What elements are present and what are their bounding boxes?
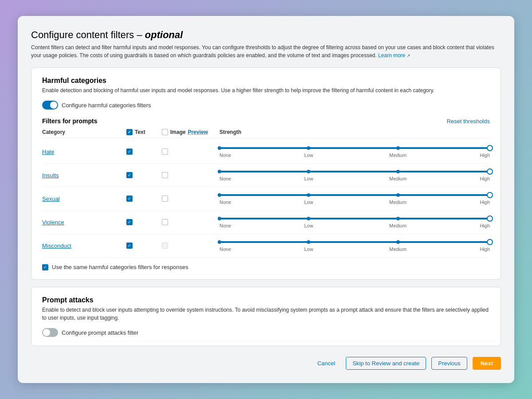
insults-pip-medium bbox=[396, 170, 400, 173]
violence-image-check[interactable] bbox=[162, 219, 215, 225]
prompt-attacks-toggle[interactable] bbox=[42, 328, 58, 337]
sexual-track bbox=[219, 194, 490, 196]
prompt-attacks-title: Prompt attacks bbox=[42, 296, 490, 304]
col-header-text: Text bbox=[126, 129, 162, 135]
hate-pip-medium bbox=[396, 146, 400, 150]
harmful-categories-card: Harmful categories Enable detection and … bbox=[31, 67, 501, 280]
hate-pip-low bbox=[307, 146, 310, 150]
learn-more-link[interactable]: Learn more bbox=[378, 52, 410, 59]
misconduct-text-check[interactable] bbox=[126, 243, 162, 249]
page-description: Content filters can detect and filter ha… bbox=[31, 43, 501, 59]
filters-section: Filters for prompts Reset thresholds Cat… bbox=[42, 117, 490, 270]
harmful-categories-toggle[interactable] bbox=[42, 101, 58, 110]
harmful-categories-desc: Enable detection and blocking of harmful… bbox=[42, 86, 490, 94]
misconduct-pip-medium bbox=[396, 240, 400, 244]
insults-text-check[interactable] bbox=[126, 172, 162, 178]
insults-slider-group: None Low Medium High bbox=[219, 167, 490, 183]
prompt-attacks-toggle-row: Configure prompt attacks filter bbox=[42, 328, 490, 337]
insults-pip-low bbox=[307, 170, 310, 173]
violence-text-check[interactable] bbox=[126, 219, 162, 225]
table-header: Category Text Image Preview Strength bbox=[42, 129, 490, 138]
violence-slider[interactable] bbox=[219, 214, 490, 223]
col-image-preview-label: Preview bbox=[188, 129, 208, 135]
violence-pip-medium bbox=[396, 217, 400, 220]
hate-fill bbox=[219, 147, 490, 149]
insults-thumb[interactable] bbox=[487, 168, 493, 175]
reset-thresholds-link[interactable]: Reset thresholds bbox=[446, 118, 490, 125]
col-header-category: Category bbox=[42, 129, 126, 135]
filters-header: Filters for prompts Reset thresholds bbox=[42, 117, 490, 125]
violence-pip-none bbox=[218, 217, 221, 220]
col-header-strength: Strength bbox=[215, 129, 490, 135]
hate-slider[interactable] bbox=[219, 144, 490, 153]
previous-button[interactable]: Previous bbox=[431, 357, 467, 370]
page-wrapper: Configure content filters – optional Con… bbox=[18, 16, 514, 383]
misconduct-fill bbox=[219, 241, 490, 243]
violence-strength: None Low Medium High bbox=[215, 214, 490, 230]
misconduct-slider-group: None Low Medium High bbox=[219, 238, 490, 254]
prompt-attacks-toggle-label: Configure prompt attacks filter bbox=[62, 329, 138, 336]
misconduct-slider[interactable] bbox=[219, 238, 490, 246]
filter-row-insults: Insults bbox=[42, 164, 490, 187]
sexual-pip-medium bbox=[396, 193, 400, 197]
category-insults[interactable]: Insults bbox=[42, 172, 126, 179]
sexual-pip-none bbox=[218, 193, 221, 197]
sexual-slider[interactable] bbox=[219, 191, 490, 200]
sexual-thumb[interactable] bbox=[487, 192, 493, 198]
prompt-attacks-card: Prompt attacks Enable to detect and bloc… bbox=[31, 287, 501, 346]
category-misconduct[interactable]: Misconduct bbox=[42, 243, 126, 249]
harmful-categories-toggle-row: Configure harmful categories filters bbox=[42, 101, 490, 110]
title-text: Configure content filters – bbox=[31, 29, 145, 40]
hate-strength: None Low Medium High bbox=[215, 144, 490, 160]
col-header-image: Image Preview bbox=[162, 129, 215, 135]
skip-to-review-button[interactable]: Skip to Review and create bbox=[346, 357, 426, 370]
violence-fill bbox=[219, 218, 490, 219]
misconduct-track bbox=[219, 241, 490, 243]
category-violence[interactable]: Violence bbox=[42, 219, 126, 226]
sexual-fill bbox=[219, 194, 490, 196]
filter-row-hate: Hate bbox=[42, 140, 490, 164]
sexual-image-check[interactable] bbox=[162, 196, 215, 202]
insults-image-check[interactable] bbox=[162, 172, 215, 178]
description-text: Content filters can detect and filter ha… bbox=[31, 44, 494, 59]
next-button[interactable]: Next bbox=[473, 357, 501, 370]
violence-slider-group: None Low Medium High bbox=[219, 214, 490, 230]
misconduct-image-check bbox=[162, 243, 215, 249]
insults-fill bbox=[219, 171, 490, 172]
cancel-button[interactable]: Cancel bbox=[312, 357, 340, 369]
category-sexual[interactable]: Sexual bbox=[42, 196, 126, 202]
prompt-attacks-desc: Enable to detect and block user inputs a… bbox=[42, 306, 490, 322]
hate-track bbox=[219, 147, 490, 149]
sexual-pip-low bbox=[307, 193, 310, 197]
insults-slider[interactable] bbox=[219, 167, 490, 176]
image-header-checkbox[interactable] bbox=[162, 129, 168, 135]
use-same-checkbox[interactable] bbox=[42, 264, 48, 270]
sexual-text-check[interactable] bbox=[126, 196, 162, 202]
harmful-categories-toggle-label: Configure harmful categories filters bbox=[62, 102, 151, 109]
hate-image-check[interactable] bbox=[162, 149, 215, 155]
hate-pip-none bbox=[218, 146, 221, 150]
hate-thumb[interactable] bbox=[487, 145, 493, 151]
violence-pip-low bbox=[307, 217, 310, 220]
filter-row-violence: Violence bbox=[42, 211, 490, 234]
misconduct-thumb[interactable] bbox=[487, 239, 493, 245]
page-title: Configure content filters – optional bbox=[31, 29, 501, 41]
misconduct-pip-none bbox=[218, 240, 221, 244]
violence-thumb[interactable] bbox=[487, 215, 493, 222]
violence-track bbox=[219, 218, 490, 219]
sexual-slider-group: None Low Medium High bbox=[219, 191, 490, 207]
harmful-categories-title: Harmful categories bbox=[42, 77, 490, 85]
col-image-label: Image bbox=[170, 129, 186, 135]
insults-track bbox=[219, 171, 490, 172]
filter-row-misconduct: Misconduct bbox=[42, 234, 490, 258]
col-text-label: Text bbox=[135, 129, 145, 135]
text-header-checkbox[interactable] bbox=[126, 129, 133, 135]
use-same-row: Use the same harmful categories filters … bbox=[42, 264, 490, 270]
footer-actions: Cancel Skip to Review and create Previou… bbox=[31, 357, 501, 370]
use-same-label: Use the same harmful categories filters … bbox=[52, 264, 188, 270]
filters-title: Filters for prompts bbox=[42, 117, 97, 125]
category-hate[interactable]: Hate bbox=[42, 149, 126, 155]
hate-text-check[interactable] bbox=[126, 149, 162, 155]
filter-row-sexual: Sexual bbox=[42, 187, 490, 211]
insults-strength: None Low Medium High bbox=[215, 167, 490, 183]
